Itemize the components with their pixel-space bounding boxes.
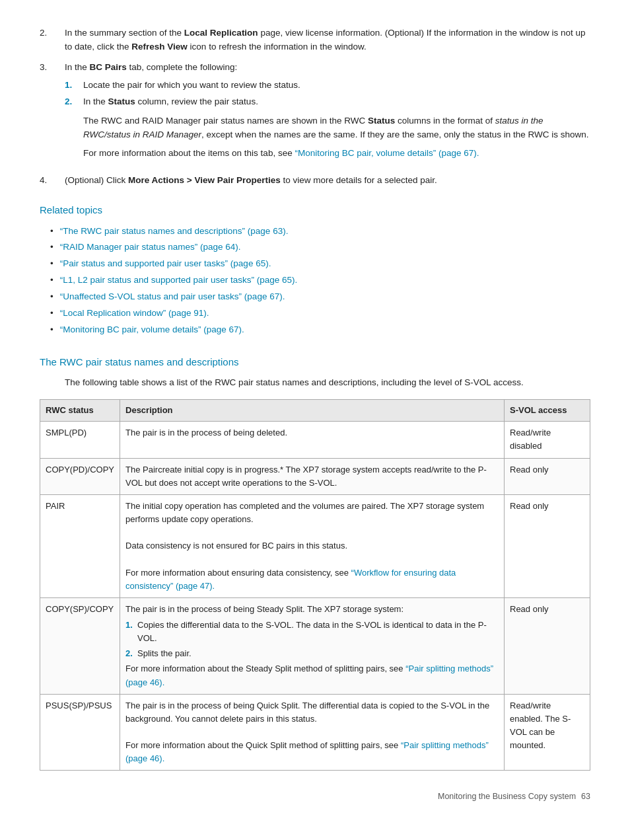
- table-row: COPY(PD)/COPY The Paircreate initial cop…: [40, 458, 590, 494]
- table-row: COPY(SP)/COPY The pair is in the process…: [40, 597, 590, 694]
- related-topics-heading: Related topics: [40, 202, 590, 217]
- related-topic-2: “RAID Manager pair status names” (page 6…: [50, 241, 590, 254]
- copysp-inner-list: 1. Copies the differential data to the S…: [125, 619, 499, 660]
- related-topic-link-3[interactable]: “Pair status and supported pair user tas…: [60, 257, 271, 271]
- related-topic-5: “Unaffected S-VOL status and pair user t…: [50, 290, 590, 304]
- step-3-block-text: The RWC and RAID Manager pair status nam…: [83, 114, 590, 142]
- col-header-svol: S-VOL access: [505, 400, 590, 422]
- table-row: PAIR The initial copy operation has comp…: [40, 494, 590, 597]
- step-3-content: In the BC Pairs tab, complete the follow…: [65, 61, 590, 168]
- related-topic-4: “L1, L2 pair status and supported pair u…: [50, 274, 590, 287]
- refresh-view-label: Refresh View: [131, 42, 188, 52]
- status-italic: status in the RWC/status in RAID Manager: [83, 116, 543, 139]
- pair-splitting-link-1[interactable]: “Pair splitting methods” (page 46).: [125, 664, 493, 687]
- step-2-content: In the summary section of the Local Repl…: [65, 26, 590, 54]
- inner-num-1: 1.: [65, 79, 83, 93]
- related-topic-link-1[interactable]: “The RWC pair status names and descripti…: [60, 225, 289, 239]
- copysp-num-2: 2.: [125, 647, 137, 660]
- footer-page: 63: [581, 790, 590, 803]
- rwc-status-pair: PAIR: [40, 494, 120, 597]
- pair-splitting-link-2[interactable]: “Pair splitting methods” (page 46).: [125, 740, 489, 763]
- workflow-link[interactable]: “Workflow for ensuring data consistency”…: [125, 568, 456, 591]
- copysp-step-1: 1. Copies the differential data to the S…: [125, 619, 499, 645]
- rwc-status-copysp: COPY(SP)/COPY: [40, 597, 120, 694]
- copysp-step-2: 2. Splits the pair.: [125, 647, 499, 660]
- desc-psus: The pair is in the process of being Quic…: [120, 694, 505, 771]
- table-row: PSUS(SP)/PSUS The pair is in the process…: [40, 694, 590, 771]
- related-topic-3: “Pair status and supported pair user tas…: [50, 257, 590, 271]
- copysp-text-2: Splits the pair.: [137, 647, 192, 660]
- footer-label: Monitoring the Business Copy system: [438, 790, 576, 803]
- copysp-text-1: Copies the differential data to the S-VO…: [137, 619, 499, 645]
- step-4-content: (Optional) Click More Actions > View Pai…: [65, 174, 590, 188]
- svol-psus: Read/write enabled. The S-VOL can be mou…: [505, 694, 590, 771]
- svol-copypd: Read only: [505, 458, 590, 494]
- rwc-status-copypd: COPY(PD)/COPY: [40, 458, 120, 494]
- desc-copysp: The pair is in the process of being Stea…: [120, 597, 505, 694]
- step-3-link-text: For more information about the items on …: [83, 147, 590, 161]
- status-label: Status: [108, 96, 135, 106]
- rwc-status-psus: PSUS(SP)/PSUS: [40, 694, 120, 771]
- svol-pair: Read only: [505, 494, 590, 597]
- inner-num-2: 2.: [65, 95, 83, 165]
- monitoring-bc-pair-link-1[interactable]: “Monitoring BC pair, volume details” (pa…: [295, 148, 479, 158]
- table-row: SMPL(PD) The pair is in the process of b…: [40, 422, 590, 458]
- col-header-rwc: RWC status: [40, 400, 120, 422]
- table-header-row: RWC status Description S-VOL access: [40, 400, 590, 422]
- related-topic-link-4[interactable]: “L1, L2 pair status and supported pair u…: [60, 274, 297, 287]
- copysp-num-1: 1.: [125, 619, 137, 645]
- related-topic-6: “Local Replication window” (page 91).: [50, 307, 590, 321]
- inner-content-1: Locate the pair for which you want to re…: [83, 79, 590, 93]
- step-4: 4. (Optional) Click More Actions > View …: [40, 174, 590, 188]
- related-topics-list: “The RWC pair status names and descripti…: [40, 225, 590, 337]
- desc-pair: The initial copy operation has completed…: [120, 494, 505, 597]
- more-actions-label: More Actions > View Pair Properties: [128, 175, 281, 185]
- rwc-table: RWC status Description S-VOL access SMPL…: [40, 399, 590, 771]
- page-content: 2. In the summary section of the Local R…: [40, 26, 590, 804]
- rwc-status-smpl: SMPL(PD): [40, 422, 120, 458]
- footer-text: Monitoring the Business Copy system 63: [438, 790, 590, 803]
- step-3-1: 1. Locate the pair for which you want to…: [65, 79, 590, 93]
- related-topic-7: “Monitoring BC pair, volume details” (pa…: [50, 323, 590, 337]
- desc-smpl: The pair is in the process of being dele…: [120, 422, 505, 458]
- page-footer: Monitoring the Business Copy system 63: [40, 790, 590, 803]
- col-header-description: Description: [120, 400, 505, 422]
- step-2-num: 2.: [40, 26, 65, 54]
- step-3-2: 2. In the Status column, review the pair…: [65, 95, 590, 165]
- inner-content-2: In the Status column, review the pair st…: [83, 95, 590, 165]
- status-bold: Status: [368, 116, 395, 126]
- related-topic-link-5[interactable]: “Unaffected S-VOL status and pair user t…: [60, 290, 285, 304]
- desc-copypd: The Paircreate initial copy is in progre…: [120, 458, 505, 494]
- local-replication-label: Local Replication: [184, 28, 258, 38]
- step-3-inner-list: 1. Locate the pair for which you want to…: [65, 79, 590, 165]
- subsection-intro: The following table shows a list of the …: [65, 376, 590, 390]
- related-topic-link-6[interactable]: “Local Replication window” (page 91).: [60, 307, 209, 321]
- subsection-heading: The RWC pair status names and descriptio…: [40, 354, 590, 369]
- related-topic-1: “The RWC pair status names and descripti…: [50, 225, 590, 239]
- step-3: 3. In the BC Pairs tab, complete the fol…: [40, 61, 590, 168]
- svol-smpl: Read/write disabled: [505, 422, 590, 458]
- step-4-num: 4.: [40, 174, 65, 188]
- step-2: 2. In the summary section of the Local R…: [40, 26, 590, 54]
- step-3-num: 3.: [40, 61, 65, 168]
- related-topic-link-2[interactable]: “RAID Manager pair status names” (page 6…: [60, 241, 241, 254]
- related-topic-link-7[interactable]: “Monitoring BC pair, volume details” (pa…: [60, 323, 244, 337]
- svol-copysp: Read only: [505, 597, 590, 694]
- bc-pairs-label: BC Pairs: [90, 62, 127, 72]
